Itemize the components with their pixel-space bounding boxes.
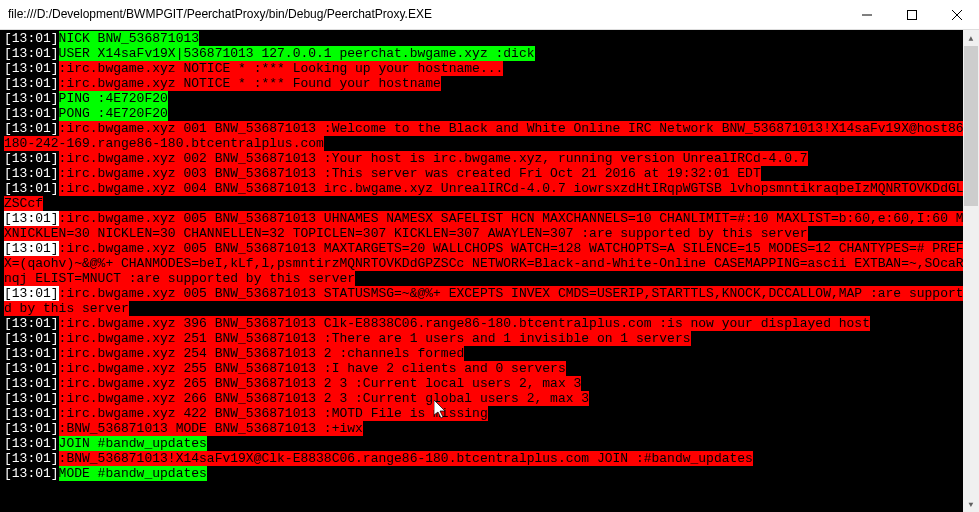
log-line: [13:01]JOIN #bandw_updates xyxy=(4,436,975,451)
log-message: :irc.bwgame.xyz 003 BNW_536871013 :This … xyxy=(59,166,761,181)
log-line: [13:01]:irc.bwgame.xyz 422 BNW_536871013… xyxy=(4,406,975,421)
log-line: [13:01]:irc.bwgame.xyz 004 BNW_536871013… xyxy=(4,181,975,211)
scrollbar[interactable]: ▲ ▼ xyxy=(963,30,979,512)
timestamp: [13:01] xyxy=(4,316,59,331)
log-line: [13:01]:irc.bwgame.xyz 251 BNW_536871013… xyxy=(4,331,975,346)
log-message: :BNW_536871013!X14saFv19X@Clk-E8838C06.r… xyxy=(59,451,753,466)
log-message: PONG :4E720F20 xyxy=(59,106,168,121)
timestamp: [13:01] xyxy=(4,181,59,196)
log-message: :irc.bwgame.xyz 255 BNW_536871013 :I hav… xyxy=(59,361,566,376)
log-message: :irc.bwgame.xyz 005 BNW_536871013 MAXTAR… xyxy=(4,241,971,286)
timestamp: [13:01] xyxy=(4,106,59,121)
timestamp: [13:01] xyxy=(4,466,59,481)
log-line: [13:01]:irc.bwgame.xyz 002 BNW_536871013… xyxy=(4,151,975,166)
timestamp: [13:01] xyxy=(4,151,59,166)
log-message: :irc.bwgame.xyz 005 BNW_536871013 STATUS… xyxy=(4,286,971,316)
minimize-button[interactable] xyxy=(844,0,889,29)
log-message: PING :4E720F20 xyxy=(59,91,168,106)
log-line: [13:01]:irc.bwgame.xyz 003 BNW_536871013… xyxy=(4,166,975,181)
log-line: [13:01]PONG :4E720F20 xyxy=(4,106,975,121)
log-message: :irc.bwgame.xyz NOTICE * :*** Found your… xyxy=(59,76,441,91)
log-message: :irc.bwgame.xyz 005 BNW_536871013 UHNAME… xyxy=(4,211,971,241)
log-message: :irc.bwgame.xyz 001 BNW_536871013 :Welco… xyxy=(4,121,971,151)
timestamp: [13:01] xyxy=(4,241,59,256)
timestamp: [13:01] xyxy=(4,436,59,451)
log-line: [13:01]USER X14saFv19X|536871013 127.0.0… xyxy=(4,46,975,61)
log-message: :irc.bwgame.xyz 004 BNW_536871013 irc.bw… xyxy=(4,181,971,211)
timestamp: [13:01] xyxy=(4,76,59,91)
scrollbar-thumb[interactable] xyxy=(964,46,978,206)
log-line: [13:01]PING :4E720F20 xyxy=(4,91,975,106)
log-line: [13:01]:irc.bwgame.xyz NOTICE * :*** Fou… xyxy=(4,76,975,91)
log-line: [13:01]:irc.bwgame.xyz 266 BNW_536871013… xyxy=(4,391,975,406)
app-window: file:///D:/Development/BWMPGIT/PeerchatP… xyxy=(0,0,979,512)
timestamp: [13:01] xyxy=(4,61,59,76)
titlebar[interactable]: file:///D:/Development/BWMPGIT/PeerchatP… xyxy=(0,0,979,30)
log-message: :BNW_536871013 MODE BNW_536871013 :+iwx xyxy=(59,421,363,436)
log-message: USER X14saFv19X|536871013 127.0.0.1 peer… xyxy=(59,46,535,61)
log-message: :irc.bwgame.xyz 422 BNW_536871013 :MOTD … xyxy=(59,406,488,421)
scroll-down-arrow[interactable]: ▼ xyxy=(963,496,979,512)
timestamp: [13:01] xyxy=(4,121,59,136)
timestamp: [13:01] xyxy=(4,451,59,466)
log-line: [13:01]NICK BNW_536871013 xyxy=(4,31,975,46)
timestamp: [13:01] xyxy=(4,331,59,346)
log-message: :irc.bwgame.xyz 251 BNW_536871013 :There… xyxy=(59,331,691,346)
log-line: [13:01]:irc.bwgame.xyz 254 BNW_536871013… xyxy=(4,346,975,361)
log-line: [13:01]:irc.bwgame.xyz 005 BNW_536871013… xyxy=(4,211,975,241)
timestamp: [13:01] xyxy=(4,286,59,301)
window-title: file:///D:/Development/BWMPGIT/PeerchatP… xyxy=(0,7,844,22)
log-message: :irc.bwgame.xyz NOTICE * :*** Looking up… xyxy=(59,61,504,76)
timestamp: [13:01] xyxy=(4,31,59,46)
console-output: [13:01]NICK BNW_536871013[13:01]USER X14… xyxy=(4,31,975,481)
log-line: [13:01]:irc.bwgame.xyz 255 BNW_536871013… xyxy=(4,361,975,376)
timestamp: [13:01] xyxy=(4,361,59,376)
log-line: [13:01]:BNW_536871013 MODE BNW_536871013… xyxy=(4,421,975,436)
log-line: [13:01]:irc.bwgame.xyz 005 BNW_536871013… xyxy=(4,241,975,286)
scroll-up-arrow[interactable]: ▲ xyxy=(963,30,979,46)
timestamp: [13:01] xyxy=(4,376,59,391)
maximize-button[interactable] xyxy=(889,0,934,29)
timestamp: [13:01] xyxy=(4,406,59,421)
close-button[interactable] xyxy=(934,0,979,29)
svg-rect-1 xyxy=(907,10,916,19)
log-line: [13:01]:BNW_536871013!X14saFv19X@Clk-E88… xyxy=(4,451,975,466)
timestamp: [13:01] xyxy=(4,211,59,226)
log-line: [13:01]MODE #bandw_updates xyxy=(4,466,975,481)
log-message: :irc.bwgame.xyz 002 BNW_536871013 :Your … xyxy=(59,151,808,166)
timestamp: [13:01] xyxy=(4,166,59,181)
window-controls xyxy=(844,0,979,29)
timestamp: [13:01] xyxy=(4,391,59,406)
log-line: [13:01]:irc.bwgame.xyz 001 BNW_536871013… xyxy=(4,121,975,151)
log-message: NICK BNW_536871013 xyxy=(59,31,199,46)
log-line: [13:01]:irc.bwgame.xyz NOTICE * :*** Loo… xyxy=(4,61,975,76)
log-message: JOIN #bandw_updates xyxy=(59,436,207,451)
timestamp: [13:01] xyxy=(4,91,59,106)
log-message: MODE #bandw_updates xyxy=(59,466,207,481)
log-line: [13:01]:irc.bwgame.xyz 005 BNW_536871013… xyxy=(4,286,975,316)
log-message: :irc.bwgame.xyz 254 BNW_536871013 2 :cha… xyxy=(59,346,465,361)
timestamp: [13:01] xyxy=(4,346,59,361)
log-message: :irc.bwgame.xyz 396 BNW_536871013 Clk-E8… xyxy=(59,316,870,331)
log-line: [13:01]:irc.bwgame.xyz 265 BNW_536871013… xyxy=(4,376,975,391)
log-message: :irc.bwgame.xyz 266 BNW_536871013 2 3 :C… xyxy=(59,391,590,406)
console-area[interactable]: [13:01]NICK BNW_536871013[13:01]USER X14… xyxy=(0,30,979,512)
log-line: [13:01]:irc.bwgame.xyz 396 BNW_536871013… xyxy=(4,316,975,331)
log-message: :irc.bwgame.xyz 265 BNW_536871013 2 3 :C… xyxy=(59,376,582,391)
timestamp: [13:01] xyxy=(4,421,59,436)
timestamp: [13:01] xyxy=(4,46,59,61)
